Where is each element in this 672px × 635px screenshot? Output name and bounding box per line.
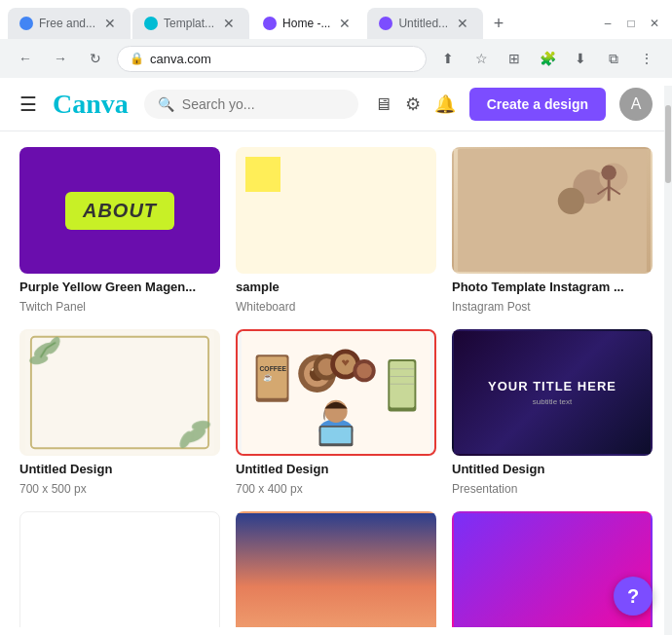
- lock-icon: 🔒: [130, 52, 144, 65]
- search-input[interactable]: [182, 96, 345, 112]
- svg-point-27: [356, 363, 372, 379]
- search-icon: 🔍: [158, 96, 174, 112]
- canva-app: ☰ Canva 🔍 🖥 ⚙ 🔔 Create a design A ABOUT …: [0, 78, 672, 627]
- toolbar-icons: ⬆ ☆ ⊞ 🧩 ⬇ ⧉ ⋮: [434, 45, 660, 72]
- tab-favicon-1: [19, 17, 33, 30]
- back-button[interactable]: ←: [12, 45, 39, 72]
- card-subtitle-5: 700 x 400 px: [236, 482, 436, 496]
- thumbnail-6[interactable]: YOUR TITLE HERE subtitle text: [452, 329, 653, 456]
- card-title-5: Untitled Design: [236, 462, 436, 476]
- tab-favicon-4: [379, 17, 392, 30]
- card-title-4: Untitled Design: [19, 462, 220, 476]
- tab-favicon-3: [263, 17, 277, 30]
- card-subtitle-4: 700 x 500 px: [19, 482, 220, 496]
- design-card-1[interactable]: ABOUT Purple Yellow Green Magen... Twitc…: [19, 147, 220, 314]
- card-title-1: Purple Yellow Green Magen...: [19, 280, 220, 294]
- svg-text:☕: ☕: [263, 372, 273, 382]
- tab-favicon-2: [144, 17, 158, 30]
- minimize-button[interactable]: –: [598, 14, 617, 33]
- content-area: ABOUT Purple Yellow Green Magen... Twitc…: [0, 131, 672, 627]
- photo-template-svg: [454, 149, 651, 272]
- create-design-button[interactable]: Create a design: [469, 88, 606, 121]
- design-card-2[interactable]: sample Whiteboard: [236, 147, 436, 314]
- avatar[interactable]: A: [619, 88, 653, 121]
- help-button[interactable]: ?: [614, 577, 653, 616]
- tab-groups-icon[interactable]: ⧉: [600, 45, 627, 72]
- design-card-4[interactable]: Untitled Design 700 x 500 px: [19, 329, 220, 496]
- bookmark-icon[interactable]: ☆: [467, 45, 495, 72]
- thumbnail-2[interactable]: [236, 147, 436, 274]
- thumbnail-1[interactable]: ABOUT: [19, 147, 220, 274]
- card-subtitle-2: Whiteboard: [236, 300, 436, 314]
- tab-close-2[interactable]: ✕: [220, 15, 238, 32]
- coffee-scene-svg: COFFEE ☕: [238, 331, 434, 454]
- window-controls: – □ ✕: [598, 14, 664, 33]
- presentation-title: YOUR TITLE HERE: [488, 379, 616, 393]
- browser-chrome: Free and... ✕ Templat... ✕ Home -... ✕ U…: [0, 0, 672, 78]
- tab-3[interactable]: Home -... ✕: [251, 8, 365, 39]
- header-right: 🖥 ⚙ 🔔 Create a design A: [374, 88, 653, 121]
- bell-icon[interactable]: 🔔: [434, 93, 456, 115]
- download-icon[interactable]: ⬇: [567, 45, 594, 72]
- share-icon[interactable]: ⬆: [434, 45, 462, 72]
- sticky-note: [245, 157, 280, 192]
- thumbnail-7[interactable]: [19, 511, 220, 627]
- design-card-6[interactable]: YOUR TITLE HERE subtitle text Untitled D…: [452, 329, 653, 496]
- svg-text:COFFEE: COFFEE: [259, 365, 286, 372]
- scrollbar-thumb[interactable]: [665, 105, 671, 183]
- tab-close-4[interactable]: ✕: [454, 15, 471, 32]
- thumbnail-4[interactable]: [19, 329, 220, 456]
- title-bar: Free and... ✕ Templat... ✕ Home -... ✕ U…: [0, 0, 672, 39]
- design-card-8[interactable]: [236, 511, 436, 627]
- tab-label-3: Home -...: [282, 17, 330, 30]
- desktop-icon[interactable]: 🖥: [374, 94, 392, 115]
- url-text: canva.com: [150, 52, 414, 66]
- tab-label-4: Untitled...: [398, 17, 448, 30]
- canva-header: ☰ Canva 🔍 🖥 ⚙ 🔔 Create a design A: [0, 78, 672, 131]
- design-card-7[interactable]: [19, 511, 220, 627]
- extensions-icon[interactable]: 🧩: [534, 45, 561, 72]
- close-button[interactable]: ✕: [645, 14, 664, 33]
- leaf-frame-svg: [21, 331, 218, 454]
- tab-1[interactable]: Free and... ✕: [8, 8, 131, 39]
- url-bar[interactable]: 🔒 canva.com: [117, 46, 427, 72]
- scrollbar[interactable]: [664, 86, 672, 635]
- design-grid: ABOUT Purple Yellow Green Magen... Twitc…: [19, 147, 653, 627]
- design-card-5[interactable]: COFFEE ☕: [236, 329, 436, 496]
- thumbnail-5[interactable]: COFFEE ☕: [236, 329, 436, 456]
- card-title-6: Untitled Design: [452, 462, 653, 476]
- maximize-button[interactable]: □: [621, 14, 641, 33]
- reload-button[interactable]: ↻: [82, 45, 109, 72]
- tab-close-1[interactable]: ✕: [101, 15, 119, 32]
- thumbnail-3[interactable]: [452, 147, 653, 274]
- tab-2[interactable]: Templat... ✕: [132, 8, 249, 39]
- thumbnail-8[interactable]: [236, 511, 436, 627]
- address-bar: ← → ↻ 🔒 canva.com ⬆ ☆ ⊞ 🧩 ⬇ ⧉ ⋮: [0, 39, 672, 78]
- svg-point-3: [558, 188, 584, 214]
- card-title-2: sample: [236, 280, 436, 294]
- tab-close-3[interactable]: ✕: [336, 15, 354, 32]
- hamburger-menu[interactable]: ☰: [19, 93, 37, 116]
- card-title-3: Photo Template Instagram ...: [452, 280, 653, 294]
- card-subtitle-1: Twitch Panel: [19, 300, 220, 314]
- svg-point-4: [601, 165, 616, 180]
- about-label: ABOUT: [65, 192, 174, 230]
- svg-rect-35: [320, 428, 351, 443]
- forward-button[interactable]: →: [47, 45, 74, 72]
- tab-label-2: Templat...: [164, 17, 214, 30]
- screen-cast-icon[interactable]: ⊞: [501, 45, 528, 72]
- canva-logo: Canva: [53, 89, 129, 120]
- svg-rect-37: [390, 361, 414, 407]
- tab-4[interactable]: Untitled... ✕: [367, 8, 483, 39]
- card-subtitle-6: Presentation: [452, 482, 653, 496]
- tab-list: Free and... ✕ Templat... ✕ Home -... ✕ U…: [8, 8, 598, 39]
- settings-icon[interactable]: ⚙: [405, 93, 421, 115]
- tab-label-1: Free and...: [39, 17, 95, 30]
- card-subtitle-3: Instagram Post: [452, 300, 653, 314]
- presentation-subtitle: subtitle text: [488, 397, 616, 406]
- design-card-3[interactable]: Photo Template Instagram ... Instagram P…: [452, 147, 653, 314]
- search-bar[interactable]: 🔍: [144, 90, 358, 119]
- menu-icon[interactable]: ⋮: [633, 45, 660, 72]
- new-tab-button[interactable]: +: [485, 10, 512, 37]
